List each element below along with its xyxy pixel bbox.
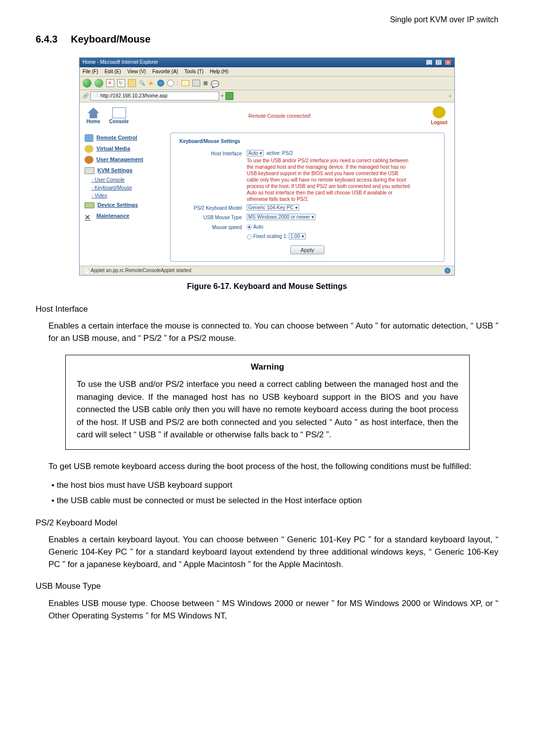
page-icon: 📄 <box>93 93 99 100</box>
connection-status: Remote Console connected! <box>249 113 311 119</box>
home-app-icon[interactable] <box>88 107 99 118</box>
virtual-media-icon <box>85 145 93 153</box>
forward-icon[interactable] <box>94 79 103 88</box>
stop-icon[interactable] <box>106 79 114 87</box>
menu-help[interactable]: Help (H) <box>210 69 228 74</box>
address-url: http://192.168.10.23/home.asp <box>100 93 168 100</box>
logout-link[interactable]: Logout <box>431 120 447 125</box>
sidebar-sub-video[interactable]: ▫ Video <box>85 192 164 200</box>
sidebar-item-device[interactable]: Device Settings <box>85 200 164 211</box>
page-body: Home Console Remote Console connected! L… <box>80 102 454 266</box>
menu-view[interactable]: View (V) <box>128 69 146 74</box>
section-title: Keyboard/Mouse <box>71 32 150 47</box>
addr-label: 🔗 <box>83 93 89 100</box>
apply-button[interactable]: Apply <box>290 245 325 254</box>
host-interface-para: Enables a certain interface the mouse is… <box>48 320 498 344</box>
sidebar-item-user[interactable]: User Management <box>85 154 164 165</box>
usb-mouse-para: Enables USB mouse type. Choose between “… <box>48 598 498 622</box>
maximize-icon[interactable]: □ <box>435 59 442 65</box>
search-icon[interactable]: 🔍 <box>139 80 145 87</box>
print-icon[interactable] <box>192 80 200 87</box>
usb-mouse-select[interactable]: MS Windows 2000 or newer ▾ <box>247 214 315 220</box>
sidebar-item-kvm[interactable]: KVM Settings <box>85 165 164 176</box>
host-interface-label: Host Interface <box>178 150 242 158</box>
figure-caption: Figure 6-17. Keyboard and Mouse Settings <box>36 281 498 292</box>
select-value: Auto <box>248 150 259 156</box>
user-icon <box>85 156 93 164</box>
menu-edit[interactable]: Edit (E) <box>104 69 121 74</box>
spacer <box>178 233 242 234</box>
back-icon[interactable] <box>83 79 91 88</box>
kbm-fieldset: Keyboard/Mouse Settings Host Interface A… <box>170 133 445 262</box>
logout-app-icon[interactable] <box>433 106 445 118</box>
kb-model-select[interactable]: Generic 104-Key PC ▾ <box>247 204 299 211</box>
favorites-icon[interactable]: ★ <box>148 78 154 88</box>
device-icon <box>85 202 94 208</box>
chevron-down-icon: ▾ <box>302 234 304 239</box>
figure-container: Home - Microsoft Internet Explorer _ □ ×… <box>36 57 498 292</box>
page-header-right: Single port KVM over IP switch <box>36 14 498 25</box>
msn-icon[interactable]: 💬 <box>211 79 219 87</box>
go-icon[interactable] <box>225 92 233 100</box>
select-value: 1.00 <box>290 234 300 239</box>
chevron-down-icon: ▾ <box>260 150 262 156</box>
mail-icon[interactable] <box>181 80 189 86</box>
remote-icon <box>85 134 93 142</box>
sidebar-sub-label: Keyboard/Mouse <box>94 185 132 190</box>
sidebar-item-label: User Management <box>96 156 143 164</box>
browser-titlebar: Home - Microsoft Internet Explorer _ □ × <box>80 58 454 67</box>
home-icon[interactable] <box>128 79 136 87</box>
minimize-icon[interactable]: _ <box>426 59 433 65</box>
select-value: Generic 104-Key PC <box>248 205 294 210</box>
warning-body: To use the USB and/or PS/2 interface you… <box>77 378 458 441</box>
fieldset-legend: Keyboard/Mouse Settings <box>178 138 242 145</box>
sidebar-item-label: Remote Control <box>96 134 137 142</box>
console-app-icon[interactable] <box>112 107 126 118</box>
usb-mouse-label: USB Mouse Type <box>178 214 242 222</box>
warning-box: Warning To use the USB and/or PS/2 inter… <box>65 355 470 450</box>
browser-window: Home - Microsoft Internet Explorer _ □ ×… <box>79 57 455 276</box>
section-number: 6.4.3 <box>36 32 57 47</box>
applet-icon: 📄 <box>84 268 89 273</box>
mouse-speed-auto-radio[interactable] <box>247 225 252 230</box>
sidebar-item-remote[interactable]: Remote Control <box>85 133 164 143</box>
chevrons-icon[interactable]: » <box>448 93 451 100</box>
host-interface-select[interactable]: Auto ▾ <box>247 150 264 156</box>
sidebar-item-maint[interactable]: ✕Maintenance <box>85 211 164 222</box>
close-icon[interactable]: × <box>445 59 451 65</box>
mouse-speed-fixed-select[interactable]: 1.00 ▾ <box>289 233 305 239</box>
row-usb-mouse: USB Mouse Type MS Windows 2000 or newer … <box>178 214 437 222</box>
menu-tools[interactable]: Tools (T) <box>184 69 204 74</box>
row-kb-model: PS/2 Keyboard Model Generic 104-Key PC ▾ <box>178 204 437 212</box>
kvm-icon <box>85 167 94 174</box>
sidebar-sub-user-console[interactable]: ▫ User Console <box>85 176 164 184</box>
section-heading-row: 6.4.3 Keyboard/Mouse <box>36 32 498 47</box>
refresh-icon[interactable] <box>117 79 125 87</box>
host-interface-note: To use the USB and/or PS/2 interface you… <box>247 157 410 202</box>
post-warning-para: To get USB remote keyboard access during… <box>48 461 498 473</box>
mouse-speed-auto-label: Auto <box>253 224 264 230</box>
menu-file[interactable]: File (F) <box>83 69 98 74</box>
menu-favorite[interactable]: Favorite (A) <box>152 69 178 74</box>
history-globe-icon[interactable] <box>157 80 164 87</box>
browser-menubar: File (F) Edit (E) View (V) Favorite (A) … <box>80 67 454 77</box>
row-mouse-speed: Mouse speed Auto <box>178 224 437 232</box>
edit-icon[interactable]: ▦ <box>203 80 208 87</box>
sidebar-item-label: Maintenance <box>96 212 130 220</box>
mouse-speed-label: Mouse speed <box>178 224 242 232</box>
warning-title: Warning <box>77 361 458 374</box>
list-item: the USB cable must be connected or must … <box>51 495 498 507</box>
address-field[interactable]: 📄 http://192.168.10.23/home.asp <box>90 92 219 100</box>
home-link[interactable]: Home <box>87 119 100 124</box>
mouse-speed-fixed-radio[interactable] <box>247 235 252 239</box>
main-panel: Keyboard/Mouse Settings Host Interface A… <box>166 129 454 266</box>
console-link[interactable]: Console <box>109 119 129 124</box>
ps2-model-para: Enables a certain keyboard layout. You c… <box>48 534 498 570</box>
browser-toolbar: 🔍 ★ | ▦ 💬 <box>80 77 454 90</box>
row-host-interface: Host Interface Auto ▾ active: PS/2 To us… <box>178 150 437 202</box>
history-icon[interactable] <box>167 80 174 87</box>
sidebar-sub-label: Video <box>94 193 107 198</box>
sidebar-item-virtual[interactable]: Virtual Media <box>85 143 164 154</box>
sidebar-sub-keyboard-mouse[interactable]: ▫ Keyboard/Mouse <box>85 184 164 192</box>
sidebar-item-label: Virtual Media <box>96 145 130 153</box>
